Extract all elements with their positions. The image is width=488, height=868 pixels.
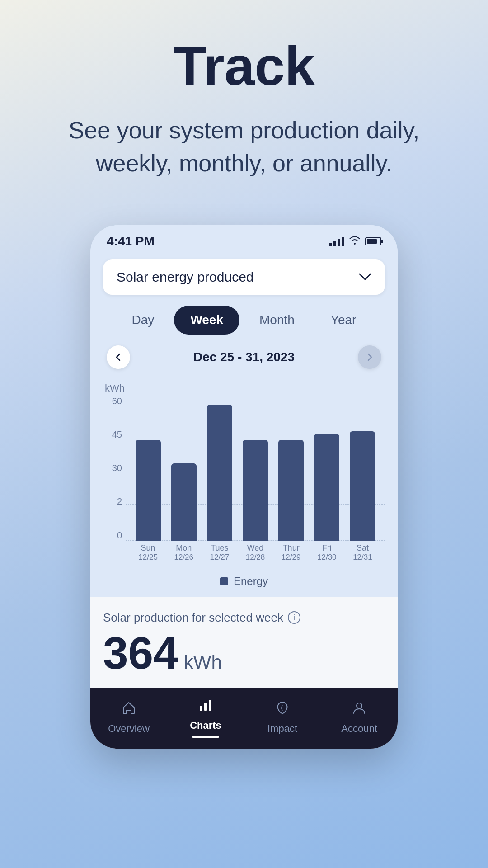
bar-tues[interactable]: [207, 405, 232, 541]
bar-sat[interactable]: [350, 431, 375, 541]
y-label-2: 2: [103, 496, 122, 507]
nav-label-account: Account: [341, 723, 377, 735]
x-day-label: Tues: [211, 543, 228, 553]
nav-label-charts: Charts: [190, 720, 221, 731]
page-title: Track: [27, 36, 461, 96]
x-date-label: 12/26: [174, 553, 193, 562]
nav-label-impact: Impact: [267, 723, 297, 735]
svg-rect-1: [204, 703, 207, 711]
status-icons: [329, 236, 381, 247]
bar-sun[interactable]: [136, 440, 161, 541]
legend-label: Energy: [234, 575, 268, 588]
x-label-mon: Mon12/26: [166, 541, 202, 568]
prev-date-button[interactable]: [107, 345, 130, 369]
stats-unit: kWh: [184, 651, 222, 673]
svg-rect-0: [200, 706, 202, 711]
status-time: 4:41 PM: [107, 234, 155, 249]
x-label-fri: Fri12/30: [309, 541, 345, 568]
legend-color-dot: [220, 577, 228, 585]
x-label-wed: Wed12/28: [237, 541, 273, 568]
x-label-thur: Thur12/29: [273, 541, 309, 568]
x-date-label: 12/25: [138, 553, 158, 562]
charts-icon: [198, 697, 213, 716]
y-label-30: 30: [103, 463, 122, 473]
wifi-icon: [349, 236, 361, 247]
bar-group-wed: [237, 440, 273, 541]
account-icon: [352, 700, 367, 719]
signal-icon: [329, 236, 344, 246]
battery-icon: [365, 237, 381, 245]
x-label-tues: Tues12/27: [202, 541, 237, 568]
x-day-label: Fri: [322, 543, 332, 553]
stats-number: 364: [103, 630, 178, 675]
nav-item-charts[interactable]: Charts: [167, 697, 244, 738]
chart-container: 0 2 30 45 60: [103, 396, 385, 568]
tab-day[interactable]: Day: [116, 306, 171, 335]
x-day-label: Wed: [247, 543, 264, 553]
chart-unit-label: kWh: [103, 382, 385, 394]
tab-month[interactable]: Month: [243, 306, 311, 335]
bar-group-fri: [309, 434, 345, 541]
stats-section: Solar production for selected week i 364…: [90, 597, 398, 688]
x-label-sat: Sat12/31: [345, 541, 380, 568]
home-icon: [121, 700, 136, 719]
bar-group-thur: [273, 440, 309, 541]
bar-fri[interactable]: [314, 434, 339, 541]
x-axis: Sun12/25Mon12/26Tues12/27Wed12/28Thur12/…: [126, 541, 385, 568]
bar-group-sun: [130, 440, 166, 541]
svg-point-3: [357, 703, 362, 708]
x-date-label: 12/30: [317, 553, 337, 562]
next-date-button[interactable]: [358, 345, 381, 369]
bar-wed[interactable]: [243, 440, 268, 541]
active-indicator: [192, 736, 219, 738]
tab-week[interactable]: Week: [174, 306, 239, 335]
x-label-sun: Sun12/25: [130, 541, 166, 568]
chevron-down-icon: [359, 270, 371, 284]
bar-group-tues: [202, 405, 237, 541]
y-label-60: 60: [103, 396, 122, 406]
date-range-label: Dec 25 - 31, 2023: [193, 350, 295, 364]
chart-legend: Energy: [103, 568, 385, 597]
x-day-label: Thur: [283, 543, 300, 553]
energy-type-dropdown[interactable]: Solar energy produced: [103, 259, 385, 295]
x-day-label: Sat: [357, 543, 369, 553]
bar-group-mon: [166, 463, 202, 541]
bar-mon[interactable]: [171, 463, 197, 541]
y-axis: 0 2 30 45 60: [103, 396, 122, 541]
impact-icon: [275, 700, 290, 719]
nav-label-overview: Overview: [108, 723, 150, 735]
svg-rect-2: [209, 700, 211, 711]
bottom-navigation: Overview Charts Impact: [90, 688, 398, 749]
bar-group-sat: [345, 431, 380, 541]
x-date-label: 12/27: [210, 553, 230, 562]
y-label-0: 0: [103, 530, 122, 541]
status-bar: 4:41 PM: [90, 225, 398, 252]
stats-value: 364 kWh: [103, 630, 385, 675]
x-date-label: 12/28: [246, 553, 265, 562]
dropdown-label: Solar energy produced: [117, 269, 254, 285]
period-tabs: Day Week Month Year: [103, 306, 385, 335]
phone-content: Solar energy produced Day Week Month Yea…: [90, 252, 398, 597]
page-subtitle: See your system production daily, weekly…: [45, 114, 443, 180]
date-navigation: Dec 25 - 31, 2023: [103, 345, 385, 369]
stats-label: Solar production for selected week i: [103, 611, 385, 625]
y-label-45: 45: [103, 429, 122, 440]
x-day-label: Sun: [141, 543, 155, 553]
x-date-label: 12/31: [353, 553, 372, 562]
chart-area: kWh 0 2 30 45 60: [103, 378, 385, 597]
nav-item-account[interactable]: Account: [321, 700, 398, 735]
phone-mockup: 4:41 PM Solar energy prod: [90, 225, 398, 749]
bars-container: [126, 396, 385, 541]
info-icon[interactable]: i: [288, 611, 300, 624]
x-day-label: Mon: [176, 543, 192, 553]
nav-item-impact[interactable]: Impact: [244, 700, 321, 735]
tab-year[interactable]: Year: [314, 306, 373, 335]
header-section: Track See your system production daily, …: [0, 0, 488, 207]
x-date-label: 12/29: [282, 553, 301, 562]
nav-item-overview[interactable]: Overview: [90, 700, 167, 735]
bar-thur[interactable]: [278, 440, 304, 541]
